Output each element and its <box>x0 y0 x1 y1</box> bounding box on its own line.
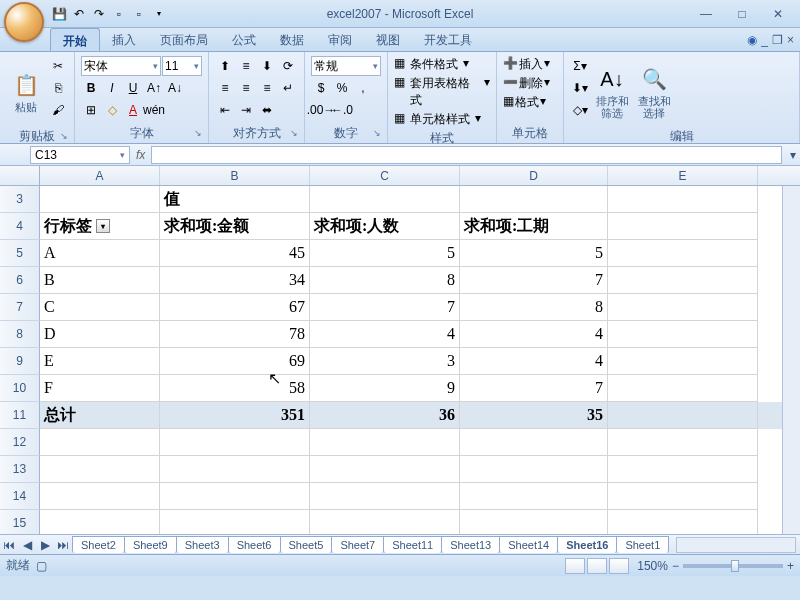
cell[interactable]: 求和项:金额 <box>160 213 310 240</box>
cell[interactable]: 7 <box>460 267 608 294</box>
sort-filter-button[interactable]: A↓排序和 筛选 <box>592 56 632 126</box>
mdi-restore-icon[interactable]: ❐ <box>772 33 783 47</box>
cell[interactable] <box>608 321 758 348</box>
copy-icon[interactable]: ⎘ <box>48 78 68 98</box>
tab-formulas[interactable]: 公式 <box>220 28 268 51</box>
percent-icon[interactable]: % <box>332 78 352 98</box>
sheet-tab[interactable]: Sheet1 <box>616 536 669 553</box>
vertical-scrollbar[interactable] <box>782 186 800 534</box>
clear-icon[interactable]: ◇▾ <box>570 100 590 120</box>
fill-color-icon[interactable]: ◇ <box>102 100 122 120</box>
cell[interactable] <box>460 510 608 534</box>
zoom-in-icon[interactable]: + <box>787 559 794 573</box>
office-button[interactable] <box>4 2 44 42</box>
phonetic-icon[interactable]: wén <box>144 100 164 120</box>
normal-view-icon[interactable] <box>565 558 585 574</box>
tab-insert[interactable]: 插入 <box>100 28 148 51</box>
cell[interactable]: 值 <box>160 186 310 213</box>
maximize-button[interactable]: □ <box>728 5 756 23</box>
col-header-A[interactable]: A <box>40 166 160 185</box>
cell[interactable] <box>310 429 460 456</box>
sheet-tab[interactable]: Sheet6 <box>228 536 281 553</box>
cell[interactable] <box>460 456 608 483</box>
row-header[interactable]: 3 <box>0 186 40 213</box>
minimize-button[interactable]: — <box>692 5 720 23</box>
cell[interactable]: 45 <box>160 240 310 267</box>
cell[interactable]: 9 <box>310 375 460 402</box>
sheet-tab[interactable]: Sheet5 <box>280 536 333 553</box>
clipboard-dialog-icon[interactable]: ↘ <box>60 131 68 141</box>
font-size-combo[interactable]: 11▾ <box>162 56 202 76</box>
cell[interactable] <box>310 510 460 534</box>
sheet-tab[interactable]: Sheet13 <box>441 536 500 553</box>
cell[interactable]: 8 <box>460 294 608 321</box>
conditional-format-button[interactable]: ▦ 条件格式 ▾ <box>394 56 469 73</box>
cell[interactable] <box>460 429 608 456</box>
align-middle-icon[interactable]: ≡ <box>236 56 256 76</box>
cell[interactable] <box>608 429 758 456</box>
cell[interactable]: 3 <box>310 348 460 375</box>
col-header-B[interactable]: B <box>160 166 310 185</box>
cell[interactable] <box>310 186 460 213</box>
row-header[interactable]: 4 <box>0 213 40 240</box>
align-dialog-icon[interactable]: ↘ <box>290 128 298 138</box>
row-header[interactable]: 9 <box>0 348 40 375</box>
cell[interactable]: 69 <box>160 348 310 375</box>
row-header[interactable]: 7 <box>0 294 40 321</box>
cell[interactable]: A <box>40 240 160 267</box>
sheet-nav-last-icon[interactable]: ⏭ <box>54 536 72 554</box>
font-name-combo[interactable]: 宋体▾ <box>81 56 161 76</box>
horizontal-scrollbar[interactable] <box>676 537 796 553</box>
cell[interactable] <box>160 510 310 534</box>
fx-icon[interactable]: fx <box>136 148 145 162</box>
page-layout-view-icon[interactable] <box>587 558 607 574</box>
cell[interactable]: 总计 <box>40 402 160 429</box>
cell[interactable]: 5 <box>460 240 608 267</box>
cell[interactable] <box>40 456 160 483</box>
cell[interactable] <box>40 483 160 510</box>
cell[interactable] <box>40 510 160 534</box>
bold-icon[interactable]: B <box>81 78 101 98</box>
tab-home[interactable]: 开始 <box>50 28 100 51</box>
autosum-icon[interactable]: Σ▾ <box>570 56 590 76</box>
row-header[interactable]: 8 <box>0 321 40 348</box>
cell[interactable]: 78 <box>160 321 310 348</box>
font-color-icon[interactable]: A <box>123 100 143 120</box>
row-header[interactable]: 10 <box>0 375 40 402</box>
qat-custom-2[interactable]: ▫ <box>130 5 148 23</box>
paste-button[interactable]: 📋粘贴 <box>6 56 46 126</box>
cell[interactable] <box>608 267 758 294</box>
zoom-out-icon[interactable]: − <box>672 559 679 573</box>
cell[interactable] <box>608 375 758 402</box>
pivot-filter-icon[interactable]: ▾ <box>96 219 110 233</box>
increase-indent-icon[interactable]: ⇥ <box>236 100 256 120</box>
cell[interactable]: C <box>40 294 160 321</box>
sheet-nav-first-icon[interactable]: ⏮ <box>0 536 18 554</box>
merge-icon[interactable]: ⬌ <box>257 100 277 120</box>
row-header[interactable]: 15 <box>0 510 40 534</box>
row-header[interactable]: 14 <box>0 483 40 510</box>
qat-more-icon[interactable]: ▾ <box>150 5 168 23</box>
cell[interactable] <box>160 456 310 483</box>
formula-bar[interactable] <box>151 146 782 164</box>
cell[interactable] <box>608 510 758 534</box>
cell[interactable]: F <box>40 375 160 402</box>
mdi-minimize-icon[interactable]: _ <box>761 33 768 47</box>
format-cells-button[interactable]: ▦格式▾ <box>503 94 546 111</box>
cell[interactable]: 5 <box>310 240 460 267</box>
save-icon[interactable]: 💾 <box>50 5 68 23</box>
select-all-button[interactable] <box>0 166 40 185</box>
tab-developer[interactable]: 开发工具 <box>412 28 484 51</box>
cell[interactable] <box>460 186 608 213</box>
cell[interactable] <box>310 483 460 510</box>
wrap-text-icon[interactable]: ↵ <box>278 78 298 98</box>
accounting-icon[interactable]: $ <box>311 78 331 98</box>
zoom-slider[interactable] <box>683 564 783 568</box>
orientation-icon[interactable]: ⟳ <box>278 56 298 76</box>
zoom-level[interactable]: 150% <box>637 559 668 573</box>
number-dialog-icon[interactable]: ↘ <box>373 128 381 138</box>
col-header-D[interactable]: D <box>460 166 608 185</box>
cell[interactable]: 58 <box>160 375 310 402</box>
macro-record-icon[interactable]: ▢ <box>36 559 47 573</box>
font-dialog-icon[interactable]: ↘ <box>194 128 202 138</box>
